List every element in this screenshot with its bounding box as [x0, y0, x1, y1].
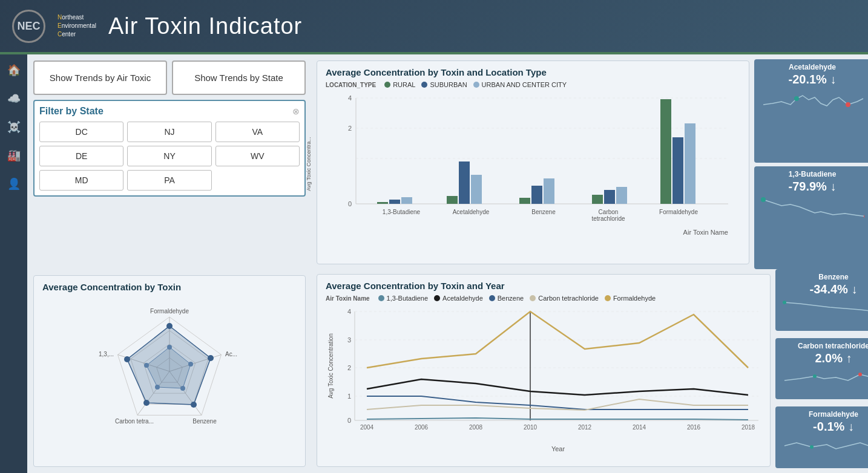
top-row: Show Trends by Air Toxic Show Trends by … [27, 54, 868, 269]
radar-svg: Formaldehyde Ac... Benzene Carbon tetra.… [54, 290, 284, 447]
indicator-butadiene: 1,3-Butadiene -79.9% ↓ [754, 166, 868, 270]
trend-buttons: Show Trends by Air Toxic Show Trends by … [33, 60, 306, 95]
svg-rect-8 [377, 202, 388, 204]
bar-legend: LOCATION_TYPE RURAL SUBURBAN URBAN AND C… [326, 81, 740, 88]
svg-rect-16 [544, 178, 554, 204]
svg-text:Benzene: Benzene [531, 209, 556, 215]
svg-point-52 [155, 385, 160, 390]
bar-chart-svg: 4 2 0 [329, 92, 740, 225]
svg-point-51 [180, 386, 185, 391]
indicator-benzene-chart [781, 296, 868, 327]
state-ny[interactable]: NY [127, 146, 211, 166]
svg-rect-17 [592, 195, 603, 204]
svg-text:2004: 2004 [360, 424, 374, 431]
svg-text:1: 1 [347, 393, 351, 400]
org-name: Northeast Environmental Center [58, 13, 96, 39]
header: NEC Northeast Environmental Center Air T… [0, 0, 868, 54]
svg-text:Acetaldehyde: Acetaldehyde [453, 209, 490, 215]
svg-text:0: 0 [348, 200, 352, 207]
state-md[interactable]: MD [39, 170, 123, 191]
svg-text:Ac...: Ac... [225, 351, 237, 357]
svg-point-45 [191, 402, 197, 408]
legend-formaldehyde-line: Formaldehyde [605, 295, 656, 302]
line-chart-title: Average Concentration by Toxin and Year [326, 281, 761, 291]
svg-point-31 [761, 197, 766, 202]
svg-text:Carbon: Carbon [599, 209, 619, 215]
svg-point-83 [858, 373, 862, 376]
svg-point-44 [208, 355, 214, 361]
svg-rect-19 [616, 187, 627, 204]
svg-text:4: 4 [347, 308, 351, 315]
svg-text:2012: 2012 [578, 424, 592, 431]
svg-text:Carbon tetra...: Carbon tetra... [115, 418, 154, 425]
indicator-butadiene-title: 1,3-Butadiene [760, 170, 864, 178]
state-dc[interactable]: DC [39, 122, 123, 142]
bar-y-axis-label: Avg Toxic Concentra... [306, 137, 312, 191]
bar-chart-panel: Average Concentration by Toxin and Locat… [312, 54, 754, 269]
home-icon[interactable]: 🏠 [7, 64, 21, 77]
svg-rect-13 [471, 175, 482, 204]
line-chart-box: Average Concentration by Toxin and Year … [317, 274, 771, 467]
svg-text:4: 4 [348, 94, 352, 102]
bar-x-axis-label: Air Toxin Name [326, 229, 740, 236]
indicator-formaldehyde-chart [781, 434, 868, 465]
show-trends-state-button[interactable]: Show Trends by State [172, 60, 306, 95]
cloud-icon[interactable]: ☁️ [7, 92, 21, 105]
line-chart-container: 4 3 2 1 0 [326, 305, 761, 452]
svg-rect-11 [447, 196, 458, 204]
legend-rural: RURAL [384, 81, 415, 88]
radar-panel: Average Concentration by Toxin [27, 269, 312, 473]
line-chart-svg: 4 3 2 1 0 [326, 305, 761, 442]
indicator-carbon-title: Carbon tetrachloride [781, 342, 868, 350]
filter-clear-icon[interactable]: ⊗ [292, 106, 300, 116]
svg-rect-20 [660, 99, 671, 204]
svg-rect-10 [401, 197, 412, 204]
factory-icon[interactable]: 🏭 [7, 149, 21, 162]
legend-suburban: SUBURBAN [421, 81, 467, 88]
indicator-butadiene-chart [760, 194, 864, 266]
radar-chart-box: Average Concentration by Toxin [33, 275, 306, 467]
svg-point-29 [794, 96, 799, 101]
state-wv[interactable]: WV [215, 146, 300, 166]
svg-text:2: 2 [347, 364, 351, 371]
svg-point-49 [167, 345, 172, 350]
legend-type-label: LOCATION_TYPE [326, 82, 376, 88]
indicator-formaldehyde: Formaldehyde -0.1% ↓ [775, 406, 868, 468]
bar-chart-title: Average Concentration by Toxin and Locat… [326, 67, 740, 77]
indicator-acetaldehyde-title: Acetaldehyde [760, 63, 864, 71]
user-icon[interactable]: 👤 [7, 177, 21, 191]
indicator-acetaldehyde-value: -20.1% ↓ [760, 73, 864, 86]
state-pa[interactable]: PA [127, 170, 211, 191]
svg-text:1,3,...: 1,3,... [99, 351, 114, 357]
svg-text:Benzene: Benzene [192, 418, 217, 425]
indicator-carbon: Carbon tetrachloride 2.0% ↑ [775, 338, 868, 400]
legend-carbon-line: Carbon tetrachloride [530, 295, 599, 302]
line-legend-label: Air Toxin Name [326, 295, 370, 302]
svg-text:tetrachloride: tetrachloride [591, 215, 625, 222]
indicator-formaldehyde-title: Formaldehyde [781, 410, 868, 419]
state-va[interactable]: VA [215, 122, 300, 142]
svg-text:3: 3 [347, 336, 351, 344]
svg-rect-18 [604, 190, 615, 204]
svg-text:1,3-Butadiene: 1,3-Butadiene [383, 209, 421, 215]
svg-text:2010: 2010 [524, 424, 538, 431]
svg-text:2: 2 [348, 125, 352, 132]
show-trends-air-toxic-button[interactable]: Show Trends by Air Toxic [33, 60, 167, 95]
svg-text:2014: 2014 [633, 424, 646, 431]
svg-rect-15 [531, 186, 542, 204]
bar-chart-container: Avg Toxic Concentra... 4 2 0 [326, 92, 740, 236]
state-nj[interactable]: NJ [127, 122, 211, 142]
svg-text:2008: 2008 [469, 424, 483, 431]
indicator-butadiene-value: -79.9% ↓ [760, 180, 864, 194]
filter-box: Filter by State ⊗ DC NJ VA DE NY WV MD P… [33, 100, 306, 197]
svg-point-47 [124, 356, 130, 362]
state-grid: DC NJ VA DE NY WV MD PA [39, 122, 300, 191]
bottom-row: Average Concentration by Toxin [27, 269, 868, 473]
state-de[interactable]: DE [39, 146, 123, 166]
logo: NEC [12, 10, 45, 43]
legend-butadiene-line: 1,3-Butadiene [378, 295, 429, 302]
svg-text:Avg Toxic Concentration: Avg Toxic Concentration [327, 333, 334, 398]
svg-point-82 [813, 374, 817, 378]
hazard-icon[interactable]: ☠️ [7, 120, 21, 134]
svg-rect-12 [459, 161, 470, 204]
